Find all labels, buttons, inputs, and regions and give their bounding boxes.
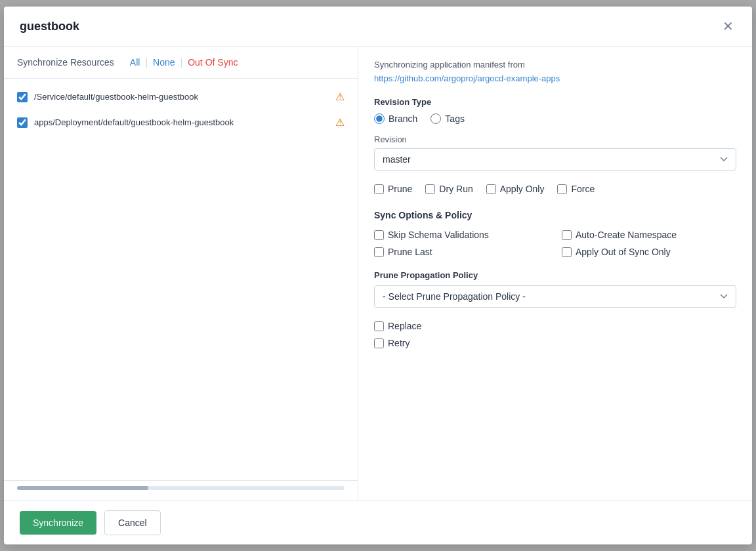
replace-option[interactable]: Replace [374, 321, 736, 331]
revision-section: Revision master [374, 134, 736, 171]
dry-run-label: Dry Run [439, 184, 472, 194]
filter-out-of-sync-button[interactable]: Out Of Sync [182, 57, 243, 68]
revision-type-row: Branch Tags [374, 113, 736, 124]
auto-create-checkbox[interactable] [562, 230, 572, 240]
skip-schema-label: Skip Schema Validations [388, 230, 489, 240]
resource-checkbox-1[interactable] [17, 92, 28, 102]
retry-checkbox[interactable] [374, 338, 384, 348]
tags-radio[interactable] [430, 113, 441, 124]
scrollbar-thumb[interactable] [17, 486, 148, 490]
apply-out-of-sync-option[interactable]: Apply Out of Sync Only [562, 247, 736, 257]
close-button[interactable]: ✕ [720, 17, 736, 35]
modal: guestbook ✕ Synchronize Resources All | … [4, 7, 752, 544]
scrollbar-track [17, 486, 345, 490]
retry-option[interactable]: Retry [374, 338, 736, 348]
skip-schema-checkbox[interactable] [374, 230, 384, 240]
modal-body: Synchronize Resources All | None | Out O… [4, 47, 752, 500]
apply-only-option[interactable]: Apply Only [486, 184, 545, 194]
prune-label: Prune [388, 184, 412, 194]
warning-icon-1: ⚠ [335, 91, 345, 103]
retry-label: Retry [388, 338, 410, 348]
scrollbar-container [4, 480, 358, 500]
extra-checkboxes: Replace Retry [374, 321, 736, 348]
replace-checkbox[interactable] [374, 321, 384, 331]
sync-resources-label: Synchronize Resources [17, 57, 114, 68]
apply-only-label: Apply Only [500, 184, 545, 194]
filter-none-button[interactable]: None [148, 57, 180, 68]
warning-icon-2: ⚠ [335, 116, 345, 129]
resource-name-2: apps/Deployment/default/guestbook-helm-g… [34, 117, 329, 127]
tags-label: Tags [445, 113, 465, 124]
auto-create-option[interactable]: Auto-Create Namespace [562, 230, 736, 240]
dry-run-option[interactable]: Dry Run [425, 184, 472, 194]
revision-label: Revision [374, 134, 736, 144]
force-label: Force [571, 184, 595, 194]
modal-title: guestbook [20, 20, 79, 33]
cancel-button[interactable]: Cancel [104, 510, 161, 535]
auto-create-label: Auto-Create Namespace [576, 230, 677, 240]
filter-all-button[interactable]: All [125, 57, 146, 68]
resources-list: /Service/default/guestbook-helm-guestboo… [4, 79, 358, 480]
replace-label: Replace [388, 321, 421, 331]
resource-item: /Service/default/guestbook-helm-guestboo… [4, 84, 358, 110]
force-checkbox[interactable] [557, 184, 567, 194]
apply-only-checkbox[interactable] [486, 184, 496, 194]
right-panel: Synchronizing application manifest from … [358, 47, 752, 500]
tags-radio-option[interactable]: Tags [430, 113, 465, 124]
dry-run-checkbox[interactable] [425, 184, 435, 194]
resource-item-2: apps/Deployment/default/guestbook-helm-g… [4, 110, 358, 135]
sync-resources-header: Synchronize Resources All | None | Out O… [4, 47, 358, 79]
manifest-link[interactable]: https://github.com/argoproj/argocd-examp… [374, 73, 560, 83]
left-panel: Synchronize Resources All | None | Out O… [4, 47, 358, 500]
propagation-section: Prune Propagation Policy - Select Prune … [374, 270, 736, 308]
revision-select[interactable]: master [374, 148, 736, 171]
sync-options-title: Sync Options & Policy [374, 210, 736, 220]
manifest-info: Synchronizing application manifest from … [374, 60, 736, 84]
prune-checkbox[interactable] [374, 184, 384, 194]
force-option[interactable]: Force [557, 184, 595, 194]
prune-last-option[interactable]: Prune Last [374, 247, 549, 257]
apply-out-of-sync-label: Apply Out of Sync Only [576, 247, 671, 257]
modal-footer: Synchronize Cancel [4, 500, 752, 544]
manifest-title: Synchronizing application manifest from [374, 60, 736, 70]
revision-type-label: Revision Type [374, 97, 736, 107]
skip-schema-option[interactable]: Skip Schema Validations [374, 230, 549, 240]
propagation-select[interactable]: - Select Prune Propagation Policy - [374, 285, 736, 308]
prune-last-label: Prune Last [388, 247, 432, 257]
modal-overlay: guestbook ✕ Synchronize Resources All | … [0, 0, 756, 551]
modal-header: guestbook ✕ [4, 7, 752, 47]
apply-out-of-sync-checkbox[interactable] [562, 247, 572, 257]
synchronize-button[interactable]: Synchronize [20, 511, 96, 535]
resource-name-1: /Service/default/guestbook-helm-guestboo… [34, 92, 329, 102]
branch-radio-option[interactable]: Branch [374, 113, 417, 124]
propagation-label: Prune Propagation Policy [374, 270, 736, 280]
prune-option[interactable]: Prune [374, 184, 412, 194]
resource-checkbox-2[interactable] [17, 117, 28, 128]
prune-last-checkbox[interactable] [374, 247, 384, 257]
options-grid: Skip Schema Validations Auto-Create Name… [374, 230, 736, 257]
checkboxes-row: Prune Dry Run Apply Only Force [374, 184, 736, 194]
branch-label: Branch [388, 113, 417, 124]
branch-radio[interactable] [374, 113, 385, 124]
